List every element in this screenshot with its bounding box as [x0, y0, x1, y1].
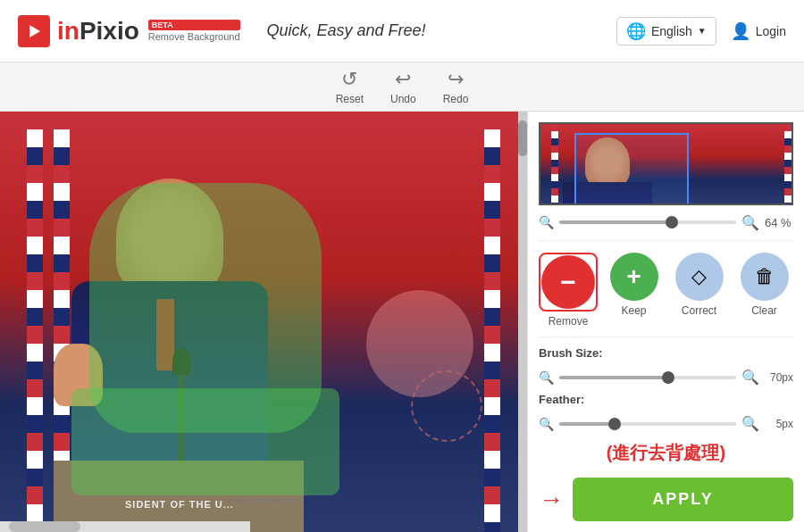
- processing-text: (進行去背處理): [539, 441, 793, 465]
- feather-control: 🔍 🔍 5px: [539, 415, 793, 432]
- scrollbar-h-thumb: [9, 521, 80, 532]
- header: inPixio BETA Remove Background Quick, Ea…: [0, 0, 804, 62]
- remove-tool-button[interactable]: − Remove: [539, 253, 598, 328]
- thumbnail-inner: [540, 124, 791, 204]
- feather-value: 5px: [765, 418, 793, 430]
- logo-sub: BETA Remove Background: [148, 20, 240, 42]
- brush-size-plus-icon[interactable]: 🔍: [741, 369, 759, 386]
- apply-section: → APPLY: [539, 478, 793, 521]
- flag-stripe-2: [27, 112, 43, 532]
- logo-pixio: Pixio: [80, 17, 139, 45]
- correct-label: Correct: [682, 304, 716, 317]
- login-button[interactable]: 👤 Login: [731, 21, 786, 41]
- beta-badge: BETA: [148, 20, 240, 30]
- logo-area: inPixio BETA Remove Background: [18, 15, 240, 47]
- logo-in: in: [57, 17, 80, 45]
- feather-slider[interactable]: [559, 422, 736, 426]
- undo-button[interactable]: ↩ Undo: [390, 68, 416, 105]
- redo-label: Redo: [443, 93, 469, 105]
- globe-icon: 🌐: [626, 21, 646, 41]
- brush-size-label: Brush Size:: [539, 346, 793, 360]
- svg-marker-0: [29, 25, 40, 37]
- feather-track-fill: [559, 422, 612, 426]
- zoom-value: 64 %: [765, 216, 793, 229]
- main-content: SIDENT OF THE U... www.inpixio.com: [0, 112, 804, 532]
- keep-label: Keep: [621, 304, 646, 317]
- brush-size-minus-icon[interactable]: 🔍: [539, 370, 554, 385]
- thumb-flag-3: [784, 124, 791, 204]
- reset-label: Reset: [336, 93, 364, 105]
- scrollbar-thumb: [518, 121, 527, 156]
- feather-plus-icon[interactable]: 🔍: [741, 415, 759, 432]
- brush-size-value: 70px: [765, 371, 793, 384]
- remove-wrapper: −: [539, 253, 598, 312]
- feather-minus-icon[interactable]: 🔍: [539, 417, 554, 431]
- language-label: English: [651, 24, 692, 38]
- watermark: www.inpixio.com: [227, 495, 299, 505]
- trash-icon: 🗑: [755, 265, 775, 288]
- undo-icon: ↩: [395, 68, 411, 91]
- zoom-in-icon[interactable]: 🔍: [741, 214, 759, 231]
- podium-text: SIDENT OF THE U...: [125, 499, 234, 510]
- canvas-scrollbar-v[interactable]: [518, 112, 527, 532]
- keep-circle: +: [610, 253, 658, 301]
- brush-track-fill: [559, 376, 666, 379]
- divider-1: [539, 240, 793, 241]
- remove-bg-text: Remove Background: [148, 31, 240, 42]
- thumb-flag-2: [551, 124, 558, 204]
- redo-icon: ↪: [448, 68, 464, 91]
- remove-circle: −: [544, 258, 592, 306]
- cursor-circle: [411, 370, 482, 442]
- arrow-right-icon: →: [539, 486, 564, 514]
- brush-size-thumb[interactable]: [662, 371, 674, 384]
- apply-button[interactable]: APPLY: [573, 478, 793, 521]
- feather-label: Feather:: [539, 393, 793, 406]
- tagline: Quick, Easy and Free!: [267, 21, 426, 40]
- logo-text: inPixio: [57, 17, 139, 46]
- remove-label: Remove: [549, 315, 589, 328]
- brush-size-control: 🔍 🔍 70px: [539, 369, 793, 386]
- header-right: 🌐 English ▼ 👤 Login: [616, 17, 786, 46]
- eraser-icon: ◇: [691, 265, 707, 288]
- divider-2: [539, 337, 793, 337]
- zoom-track: [559, 220, 669, 224]
- login-label: Login: [756, 24, 786, 38]
- canvas-scrollbar-h[interactable]: [0, 521, 250, 532]
- reset-icon: ↺: [341, 68, 357, 91]
- correct-circle: ◇: [675, 253, 724, 301]
- thumbnail: [539, 122, 793, 205]
- tools-row: − Remove + Keep ◇ Correct: [539, 253, 793, 328]
- zoom-thumb[interactable]: [666, 216, 678, 229]
- user-icon: 👤: [731, 21, 750, 41]
- zoom-control: 🔍 🔍 64 %: [539, 214, 793, 231]
- language-selector[interactable]: 🌐 English ▼: [616, 17, 716, 46]
- green-mask-body: [71, 388, 339, 495]
- brush-size-slider[interactable]: [559, 376, 736, 379]
- toolbar: ↺ Reset ↩ Undo ↪ Redo: [0, 62, 804, 112]
- correct-tool-button[interactable]: ◇ Correct: [670, 253, 728, 328]
- reset-button[interactable]: ↺ Reset: [336, 68, 364, 105]
- keep-tool-button[interactable]: + Keep: [605, 253, 663, 328]
- undo-label: Undo: [390, 93, 416, 105]
- slider-controls: Brush Size: 🔍 🔍 70px Feather: 🔍 🔍 5px: [539, 346, 793, 432]
- logo-icon: [18, 15, 50, 47]
- redo-button[interactable]: ↪ Redo: [443, 68, 469, 105]
- zoom-slider[interactable]: [559, 220, 736, 224]
- canvas-image: SIDENT OF THE U... www.inpixio.com: [0, 112, 527, 532]
- clear-label: Clear: [751, 304, 777, 317]
- canvas-area[interactable]: SIDENT OF THE U... www.inpixio.com: [0, 112, 527, 532]
- flag-stripe-4: [484, 112, 500, 532]
- chevron-down-icon: ▼: [698, 26, 707, 36]
- clear-circle: 🗑: [741, 253, 789, 301]
- right-panel: 🔍 🔍 64 % − Remove: [527, 112, 804, 532]
- plus-icon: +: [626, 262, 641, 291]
- clear-tool-button[interactable]: 🗑 Clear: [735, 253, 793, 328]
- zoom-out-icon[interactable]: 🔍: [539, 215, 554, 229]
- minus-icon: −: [560, 269, 576, 295]
- thumb-selection-box[interactable]: [574, 133, 689, 204]
- feather-thumb[interactable]: [608, 418, 621, 430]
